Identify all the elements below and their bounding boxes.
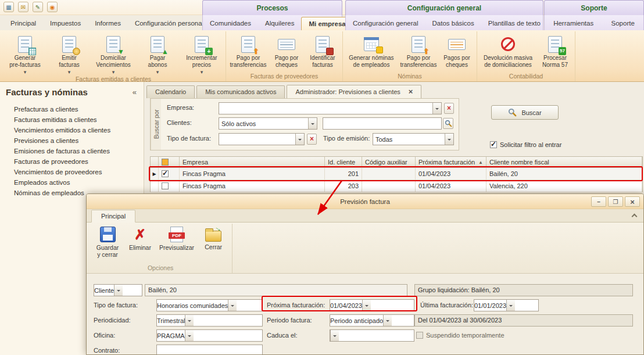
generar-pre-facturas-button[interactable]: Generar pre-facturas bbox=[3, 31, 47, 75]
procesar-norma57-button[interactable]: Procesar Norma 57 bbox=[537, 31, 573, 72]
tab-alquileres[interactable]: Alquileres bbox=[258, 17, 302, 30]
chevron-down-icon[interactable] bbox=[228, 300, 237, 311]
solicitar-filtro-checkbox[interactable] bbox=[490, 141, 497, 148]
pago-transferencias-proveedores-button[interactable]: Pago por transferencias bbox=[228, 31, 269, 72]
tab-herramientas[interactable]: Herramientas bbox=[546, 17, 600, 30]
clientes-search-input[interactable] bbox=[323, 118, 441, 129]
sidebar-item-vencimientos-proveedores[interactable]: Vencimientos de proveedores bbox=[0, 167, 144, 177]
tab-administrador-previsiones[interactable]: Administrador: Previsiones a clientes bbox=[287, 85, 421, 98]
eliminar-button[interactable]: Eliminar bbox=[124, 224, 156, 252]
cliente-button[interactable]: Cliente bbox=[94, 284, 142, 296]
sidebar-item-previsiones[interactable]: Previsiones a clientes bbox=[0, 135, 144, 146]
contrato-input[interactable] bbox=[157, 345, 262, 355]
tab-impuestos[interactable]: Impuestos bbox=[43, 17, 88, 30]
periodicidad-combo[interactable]: Trimestral bbox=[156, 314, 263, 327]
proxima-facturacion-combo[interactable]: 01/04/2023 bbox=[330, 299, 414, 311]
grid-row-valencia[interactable]: Fincas Pragma 203 01/04/2023 Valencia, 2… bbox=[150, 180, 643, 192]
tab-calendario[interactable]: Calendario bbox=[146, 85, 195, 98]
cerrar-button[interactable]: Cerrar bbox=[197, 224, 230, 251]
sidebar-item-facturas-emitidas[interactable]: Facturas emitidas a clientes bbox=[0, 114, 144, 125]
suspendido-checkbox[interactable] bbox=[416, 332, 423, 339]
clear-tipo-factura-button[interactable] bbox=[307, 134, 317, 145]
pagos-cheques-nominas-button[interactable]: Pagos por cheques bbox=[439, 31, 475, 72]
sidebar-item-empleados-activos[interactable]: Empleados activos bbox=[0, 177, 144, 188]
grid-header-proxima-facturacion[interactable]: Próxima facturación bbox=[416, 157, 486, 167]
previsualizar-button[interactable]: Previsualizar bbox=[156, 224, 197, 252]
minimize-icon[interactable] bbox=[591, 196, 606, 207]
grid-header-cliente-nombre-fiscal[interactable]: Cliente nombre fiscal bbox=[486, 157, 642, 167]
tab-comunidades[interactable]: Comunidades bbox=[203, 17, 258, 30]
contrato-field[interactable] bbox=[156, 345, 263, 355]
oficina-combo[interactable]: PRAGMA bbox=[156, 329, 263, 342]
tipo-emision-combo[interactable]: Todas bbox=[373, 133, 454, 145]
chevron-down-icon[interactable] bbox=[506, 300, 515, 311]
edit-icon[interactable] bbox=[33, 2, 43, 12]
row-checkbox[interactable] bbox=[162, 170, 169, 177]
row-checkbox-cell[interactable] bbox=[159, 168, 180, 180]
grid-row-bailen[interactable]: Fincas Pragma 201 01/04/2023 Bailén, 20 bbox=[150, 168, 643, 180]
sort-asc-icon bbox=[478, 160, 483, 165]
row-checkbox-cell[interactable] bbox=[159, 180, 180, 192]
pagar-abonos-button[interactable]: Pagar abonos bbox=[135, 31, 180, 75]
sidebar-item-prefacturas[interactable]: Prefacturas a clientes bbox=[0, 104, 144, 114]
pago-transferencias-nominas-button[interactable]: Pago por transferencias bbox=[398, 31, 439, 72]
generar-nominas-button[interactable]: Generar nóminas de empleados bbox=[345, 31, 398, 72]
chevron-down-icon[interactable] bbox=[383, 315, 392, 326]
guardar-y-cerrar-button[interactable]: Guardar y cerrar bbox=[91, 224, 124, 258]
dialog-titlebar[interactable]: Previsión factura bbox=[87, 194, 643, 209]
tipo-factura-combo[interactable] bbox=[219, 133, 305, 145]
ultima-facturacion-combo[interactable]: 01/01/2023 bbox=[474, 299, 539, 311]
chevron-down-icon[interactable] bbox=[330, 330, 339, 341]
grid-header-codigo-auxiliar[interactable]: Código auxiliar bbox=[362, 157, 416, 167]
sidebar-item-vencimientos-emitidos[interactable]: Vencimientos emitidos a clientes bbox=[0, 125, 144, 135]
chevron-down-icon[interactable] bbox=[308, 118, 317, 129]
sidebar-item-facturas-proveedores[interactable]: Facturas de proveedores bbox=[0, 156, 144, 167]
periodo-factura-combo[interactable]: Periodo anticipado bbox=[330, 314, 414, 327]
chevron-down-icon[interactable] bbox=[432, 103, 441, 114]
incrementar-precios-button[interactable]: Incrementar precios bbox=[180, 31, 224, 75]
feed-icon[interactable] bbox=[47, 2, 58, 12]
tab-configuracion-personal[interactable]: Configuración personal bbox=[128, 17, 210, 30]
row-checkbox[interactable] bbox=[162, 182, 169, 189]
mail-icon[interactable] bbox=[18, 2, 28, 12]
tab-principal[interactable]: Principal bbox=[3, 17, 43, 30]
sidebar-item-emisiones[interactable]: Emisiones de facturas a clientes bbox=[0, 146, 144, 156]
button-label: Previsualizar bbox=[159, 245, 194, 252]
tab-principal-dialog[interactable]: Principal bbox=[91, 210, 135, 223]
domiciliar-vencimientos-button[interactable]: Domiciliar Vencimientos bbox=[91, 31, 135, 75]
emitir-facturas-button[interactable]: Emitir facturas bbox=[47, 31, 91, 75]
tab-datos-basicos[interactable]: Datos básicos bbox=[425, 17, 481, 30]
devolucion-masiva-button[interactable]: Devolución masiva de domiciliaciones bbox=[479, 31, 537, 72]
grid-icon[interactable] bbox=[3, 2, 14, 12]
close-tab-icon[interactable] bbox=[409, 86, 413, 98]
grid-header-checkbox[interactable] bbox=[159, 157, 180, 167]
pago-cheques-proveedores-button[interactable]: Pago por cheques bbox=[269, 31, 305, 72]
search-lookup-icon[interactable] bbox=[443, 118, 453, 129]
close-icon[interactable] bbox=[625, 196, 640, 207]
tipo-factura-combo[interactable]: Honorarios comunidades bbox=[156, 299, 263, 311]
grid-header-id-cliente[interactable]: Id. cliente bbox=[325, 157, 362, 167]
chevron-down-icon[interactable] bbox=[295, 134, 304, 145]
chevron-down-icon[interactable] bbox=[185, 330, 194, 341]
empresa-combo[interactable] bbox=[219, 102, 442, 114]
clientes-search-field[interactable] bbox=[323, 117, 442, 130]
tab-configuracion-general[interactable]: Configuración general bbox=[346, 17, 425, 30]
chevron-down-icon[interactable] bbox=[185, 315, 194, 326]
chevron-down-icon[interactable] bbox=[114, 285, 123, 296]
chevron-down-icon[interactable] bbox=[362, 300, 371, 311]
tab-informes[interactable]: Informes bbox=[88, 17, 128, 30]
chevron-down-icon[interactable] bbox=[445, 134, 453, 145]
tab-mis-comunicados[interactable]: Mis comunicados activos bbox=[196, 85, 285, 98]
maximize-icon[interactable] bbox=[608, 196, 623, 207]
tab-plantillas-de-texto[interactable]: Plantillas de texto bbox=[481, 17, 548, 30]
clientes-select[interactable]: Sólo activos bbox=[219, 117, 317, 130]
caduca-el-combo[interactable] bbox=[330, 329, 414, 342]
tab-soporte[interactable]: Soporte bbox=[604, 17, 642, 30]
collapse-ribbon-icon[interactable] bbox=[632, 214, 638, 220]
grid-header-empresa[interactable]: Empresa bbox=[180, 157, 325, 167]
buscar-button[interactable]: Buscar bbox=[491, 105, 559, 120]
select-all-checkbox[interactable] bbox=[162, 159, 169, 166]
collapse-sidebar-icon[interactable] bbox=[133, 88, 137, 96]
clear-empresa-button[interactable] bbox=[444, 103, 454, 114]
identificar-facturas-button[interactable]: Identificar facturas bbox=[305, 31, 341, 72]
